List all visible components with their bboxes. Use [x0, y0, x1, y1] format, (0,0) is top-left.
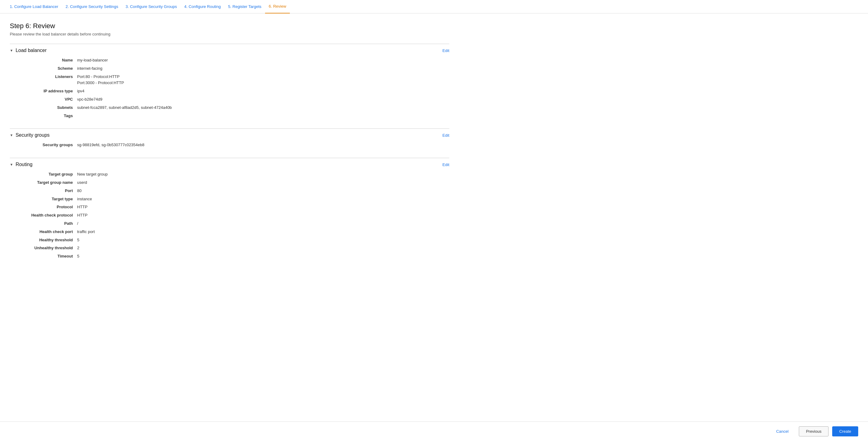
- path-value: /: [77, 219, 456, 228]
- routing-edit-link[interactable]: Edit: [442, 162, 449, 167]
- tags-value: [77, 112, 456, 120]
- load-balancer-section: ▼ Load balancer Edit Name my-load-balanc…: [10, 44, 449, 120]
- target-type-label: Target type: [16, 195, 77, 203]
- timeout-label: Timeout: [16, 252, 77, 261]
- routing-detail-table: Target group New target group Target gro…: [16, 170, 456, 261]
- security-groups-detail-table: Security groups sg-98819efd, sg-0b530777…: [16, 141, 456, 149]
- target-type-value: instance: [77, 195, 456, 203]
- wizard-step-5[interactable]: 5. Register Targets: [224, 0, 265, 13]
- table-row: Target group New target group: [16, 170, 456, 179]
- security-groups-chevron-icon: ▼: [10, 133, 13, 137]
- page-subtitle: Please review the load balancer details …: [10, 32, 449, 36]
- ip-address-type-label: IP address type: [16, 87, 77, 95]
- load-balancer-edit-link[interactable]: Edit: [442, 48, 449, 53]
- security-groups-edit-link[interactable]: Edit: [442, 133, 449, 138]
- name-label: Name: [16, 56, 77, 65]
- routing-chevron-icon: ▼: [10, 163, 13, 166]
- load-balancer-chevron-icon: ▼: [10, 48, 13, 52]
- table-row: Healthy threshold 5: [16, 236, 456, 244]
- table-row: Tags: [16, 112, 456, 120]
- timeout-value: 5: [77, 252, 456, 261]
- wizard-step-4[interactable]: 4. Configure Routing: [181, 0, 224, 13]
- load-balancer-detail-table: Name my-load-balancer Scheme internet-fa…: [16, 56, 456, 120]
- table-row: Scheme internet-facing: [16, 65, 456, 73]
- wizard-navigation: 1. Configure Load Balancer 2. Configure …: [0, 0, 868, 13]
- target-group-label: Target group: [16, 170, 77, 179]
- vpc-label: VPC: [16, 95, 77, 104]
- protocol-value: HTTP: [77, 203, 456, 211]
- target-group-value: New target group: [77, 170, 456, 179]
- load-balancer-section-header: ▼ Load balancer Edit: [10, 44, 449, 56]
- wizard-step-2[interactable]: 2. Configure Security Settings: [62, 0, 122, 13]
- vpc-value: vpc-b28e74d9: [77, 95, 456, 104]
- table-row: Protocol HTTP: [16, 203, 456, 211]
- table-row: Path /: [16, 219, 456, 228]
- target-group-name-value: userd: [77, 179, 456, 187]
- table-row: Subnets subnet-fcca2897, subnet-af8ad2d5…: [16, 104, 456, 112]
- healthy-threshold-value: 5: [77, 236, 456, 244]
- sg-value: sg-98819efd, sg-0b530777c02354eb8: [77, 141, 456, 149]
- table-row: Name my-load-balancer: [16, 56, 456, 65]
- healthy-threshold-label: Healthy threshold: [16, 236, 77, 244]
- sg-label: Security groups: [16, 141, 77, 149]
- routing-title-group: ▼ Routing: [10, 162, 32, 167]
- routing-title: Routing: [16, 162, 32, 167]
- main-content: Step 6: Review Please review the load ba…: [0, 13, 459, 300]
- listener-value-2: Port:3000 - Protocol:HTTP: [77, 80, 453, 86]
- subnets-value: subnet-fcca2897, subnet-af8ad2d5, subnet…: [77, 104, 456, 112]
- wizard-step-3[interactable]: 3. Configure Security Groups: [122, 0, 181, 13]
- security-groups-section-header: ▼ Security groups Edit: [10, 129, 449, 141]
- listeners-value: Port:80 - Protocol:HTTP Port:3000 - Prot…: [77, 73, 456, 88]
- table-row: Port 80: [16, 187, 456, 195]
- load-balancer-title-group: ▼ Load balancer: [10, 48, 46, 53]
- load-balancer-title: Load balancer: [16, 48, 46, 53]
- wizard-step-6[interactable]: 6. Review: [265, 0, 290, 13]
- protocol-label: Protocol: [16, 203, 77, 211]
- table-row: Listeners Port:80 - Protocol:HTTP Port:3…: [16, 73, 456, 88]
- table-row: VPC vpc-b28e74d9: [16, 95, 456, 104]
- table-row: Health check protocol HTTP: [16, 211, 456, 219]
- table-row: Security groups sg-98819efd, sg-0b530777…: [16, 141, 456, 149]
- unhealthy-threshold-value: 2: [77, 244, 456, 252]
- table-row: Unhealthy threshold 2: [16, 244, 456, 252]
- security-groups-title-group: ▼ Security groups: [10, 132, 50, 138]
- table-row: Health check port traffic port: [16, 228, 456, 236]
- target-group-name-label: Target group name: [16, 179, 77, 187]
- table-row: Timeout 5: [16, 252, 456, 261]
- health-check-port-value: traffic port: [77, 228, 456, 236]
- health-check-protocol-label: Health check protocol: [16, 211, 77, 219]
- ip-address-type-value: ipv4: [77, 87, 456, 95]
- port-label: Port: [16, 187, 77, 195]
- security-groups-title: Security groups: [16, 132, 50, 138]
- name-value: my-load-balancer: [77, 56, 456, 65]
- listener-value-1: Port:80 - Protocol:HTTP: [77, 74, 453, 80]
- port-value: 80: [77, 187, 456, 195]
- listeners-label: Listeners: [16, 73, 77, 88]
- table-row: Target group name userd: [16, 179, 456, 187]
- scheme-value: internet-facing: [77, 65, 456, 73]
- health-check-port-label: Health check port: [16, 228, 77, 236]
- health-check-protocol-value: HTTP: [77, 211, 456, 219]
- routing-section: ▼ Routing Edit Target group New target g…: [10, 158, 449, 261]
- path-label: Path: [16, 219, 77, 228]
- routing-section-header: ▼ Routing Edit: [10, 158, 449, 170]
- wizard-step-1[interactable]: 1. Configure Load Balancer: [6, 0, 62, 13]
- page-title: Step 6: Review: [10, 22, 449, 30]
- scheme-label: Scheme: [16, 65, 77, 73]
- table-row: IP address type ipv4: [16, 87, 456, 95]
- tags-label: Tags: [16, 112, 77, 120]
- subnets-label: Subnets: [16, 104, 77, 112]
- security-groups-section: ▼ Security groups Edit Security groups s…: [10, 129, 449, 149]
- unhealthy-threshold-label: Unhealthy threshold: [16, 244, 77, 252]
- table-row: Target type instance: [16, 195, 456, 203]
